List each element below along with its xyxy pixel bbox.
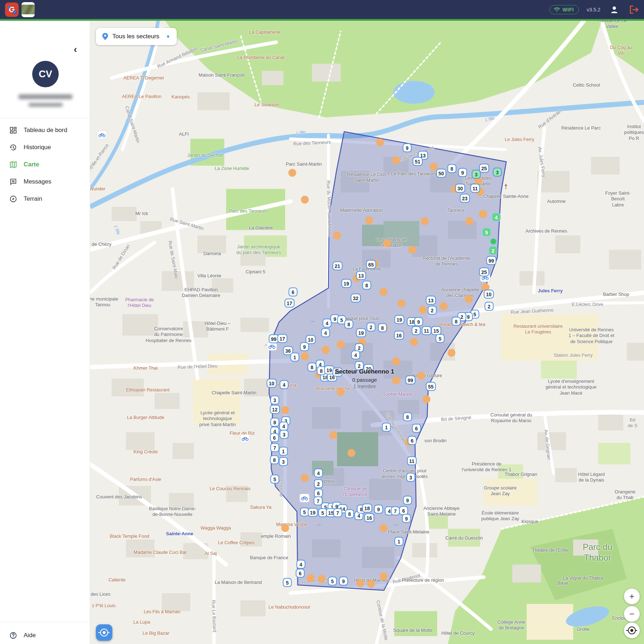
cluster-marker[interactable]: 9 xyxy=(403,143,412,152)
cluster-marker[interactable]: 11 xyxy=(470,184,480,193)
user-account-button[interactable] xyxy=(610,5,619,14)
cluster-marker[interactable]: 4 xyxy=(351,351,360,360)
sector-selector-dropdown[interactable]: Tous les secteurs ▼ xyxy=(96,28,177,45)
cluster-marker[interactable]: 8 xyxy=(270,455,279,464)
cluster-marker[interactable]: 10 xyxy=(267,379,277,388)
cluster-marker[interactable]: 19 xyxy=(356,328,366,337)
cluster-marker[interactable]: 4 xyxy=(297,560,306,569)
sidebar-item-history[interactable]: Historique xyxy=(0,139,90,156)
cluster-marker[interactable]: 9 xyxy=(339,577,348,586)
cluster-marker[interactable]: 99 xyxy=(486,256,496,265)
cluster-marker[interactable]: 7 xyxy=(333,508,342,517)
cluster-marker[interactable]: 9 xyxy=(374,505,383,514)
cluster-marker[interactable]: 2 xyxy=(367,323,376,332)
cluster-marker[interactable]: 11 xyxy=(422,326,431,335)
cluster-marker[interactable]: 2 xyxy=(428,306,437,315)
cluster-marker[interactable]: 20 xyxy=(364,364,374,373)
cluster-marker[interactable]: 18 xyxy=(362,504,372,513)
cluster-marker[interactable]: 21 xyxy=(332,262,342,270)
cluster-marker[interactable]: 8 xyxy=(345,509,354,518)
app-logo-icon[interactable]: G ✓ xyxy=(5,3,19,17)
photo-thumbnail-tile[interactable] xyxy=(21,2,35,17)
cluster-marker[interactable]: 16 xyxy=(394,331,404,340)
cluster-marker[interactable]: 6 xyxy=(408,436,417,445)
cluster-marker[interactable]: 32 xyxy=(351,294,361,303)
sector-polygon[interactable] xyxy=(90,21,644,644)
cluster-marker[interactable]: 3 xyxy=(493,168,502,177)
cluster-marker[interactable]: 4 xyxy=(323,319,332,328)
cluster-marker[interactable]: 17 xyxy=(277,334,287,343)
cluster-marker[interactable]: 1 xyxy=(395,537,404,546)
cluster-marker[interactable]: 5 xyxy=(328,577,337,586)
cluster-marker[interactable]: 10 xyxy=(484,290,494,299)
cluster-marker[interactable]: 9 xyxy=(300,342,309,351)
cluster-marker[interactable]: 8 xyxy=(270,418,279,427)
cluster-marker[interactable]: 3 xyxy=(472,170,481,179)
cluster-marker[interactable]: 30 xyxy=(455,184,465,193)
cluster-marker[interactable]: 7 xyxy=(391,507,400,516)
cluster-marker[interactable]: 2 xyxy=(485,302,494,311)
cluster-marker[interactable]: 21 xyxy=(332,368,342,377)
cluster-marker[interactable]: 4 xyxy=(492,213,501,222)
cluster-marker[interactable]: 8 xyxy=(403,413,412,421)
cluster-marker[interactable]: 50 xyxy=(436,169,446,178)
cluster-marker[interactable]: 1 xyxy=(279,447,288,456)
logout-button[interactable] xyxy=(629,5,639,14)
cluster-marker[interactable]: 9 xyxy=(414,317,423,326)
cluster-marker[interactable]: 16 xyxy=(364,513,374,522)
cluster-marker[interactable]: 5 xyxy=(482,228,491,237)
cluster-marker[interactable]: 2 xyxy=(355,361,364,370)
cluster-marker[interactable]: 6 xyxy=(296,569,305,578)
cluster-marker[interactable]: 6 xyxy=(289,288,298,297)
cluster-marker[interactable]: 23 xyxy=(460,194,470,203)
recenter-button[interactable] xyxy=(624,623,640,638)
cluster-marker[interactable]: 12 xyxy=(270,405,280,414)
cluster-marker[interactable]: 3 xyxy=(406,473,415,482)
zoom-in-button[interactable]: + xyxy=(624,589,640,604)
cluster-marker[interactable]: 11 xyxy=(407,457,417,465)
cluster-marker[interactable]: 8 xyxy=(362,281,371,290)
cluster-marker[interactable]: 55 xyxy=(426,382,436,391)
cluster-marker[interactable]: 5 xyxy=(436,334,445,343)
cluster-marker[interactable]: 4 xyxy=(314,469,323,478)
cluster-marker[interactable]: 13 xyxy=(426,296,436,305)
cluster-marker[interactable]: 65 xyxy=(366,260,376,269)
cluster-marker[interactable]: 4 xyxy=(280,380,289,389)
sidebar-item-terrain[interactable]: Terrain xyxy=(0,190,90,208)
cluster-marker[interactable]: 1 xyxy=(291,353,299,362)
cluster-marker[interactable]: 7 xyxy=(270,443,279,452)
cluster-marker[interactable]: 3 xyxy=(279,457,288,466)
cluster-marker[interactable]: 4 xyxy=(321,328,330,337)
cluster-marker[interactable]: 3 xyxy=(280,430,289,439)
cluster-marker[interactable]: 8 xyxy=(448,164,457,173)
green-dot-marker[interactable] xyxy=(490,238,497,245)
cluster-marker[interactable]: 51 xyxy=(413,157,423,166)
cluster-marker[interactable]: 6 xyxy=(270,433,279,442)
cluster-marker[interactable]: 13 xyxy=(356,271,366,280)
cluster-marker[interactable]: 8 xyxy=(452,317,461,326)
cluster-marker[interactable]: 6 xyxy=(412,424,421,433)
cluster-marker[interactable]: 3 xyxy=(270,396,279,405)
sidebar-item-messages[interactable]: Messages xyxy=(0,173,90,190)
cluster-marker[interactable]: 25 xyxy=(479,164,489,173)
cluster-marker[interactable]: 2 xyxy=(489,246,498,255)
zoom-out-button[interactable]: − xyxy=(624,606,640,622)
sidebar-item-help[interactable]: Aide xyxy=(0,627,90,644)
cluster-marker[interactable]: 5 xyxy=(283,578,292,587)
cluster-marker[interactable]: 25 xyxy=(479,268,489,277)
cluster-marker[interactable]: 17 xyxy=(284,299,294,308)
sidebar-collapse-button[interactable]: ‹ xyxy=(74,44,77,54)
map-canvas[interactable]: Rue Armand RébillonCanal Saint-MartinCan… xyxy=(90,21,644,644)
cluster-marker[interactable]: 2 xyxy=(412,326,421,335)
cluster-marker[interactable]: 5 xyxy=(270,475,279,484)
cluster-marker[interactable]: 2 xyxy=(314,479,323,488)
cluster-marker[interactable]: 9 xyxy=(403,496,412,505)
sidebar-item-map[interactable]: Carte xyxy=(0,156,90,173)
cluster-marker[interactable]: 19 xyxy=(308,508,318,517)
cluster-marker[interactable]: 19 xyxy=(341,279,351,288)
cluster-marker[interactable]: 9 xyxy=(402,514,411,523)
cluster-marker[interactable]: 8 xyxy=(378,323,387,332)
sidebar-item-dashboard[interactable]: Tableau de bord xyxy=(0,122,90,139)
cluster-marker[interactable]: 99 xyxy=(405,376,415,385)
cluster-marker[interactable]: 8 xyxy=(308,363,317,372)
